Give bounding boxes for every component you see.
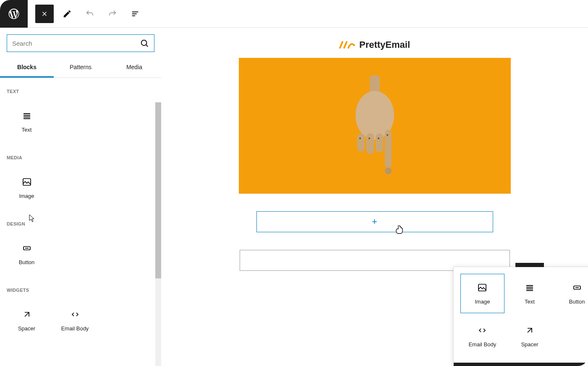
brand-mark-icon <box>339 40 356 49</box>
quick-block-label: Image <box>475 299 490 305</box>
svg-rect-19 <box>376 133 383 153</box>
quick-block-label: Email Body <box>468 341 496 348</box>
svg-rect-30 <box>526 290 533 291</box>
blocks-list: TEXT Text MEDIA Image DESIGN Button <box>0 78 161 363</box>
undo-icon <box>85 9 94 18</box>
search-field[interactable] <box>12 40 140 47</box>
inserter-tabs: Blocks Patterns Media <box>0 59 161 78</box>
browse-all-button[interactable]: Browse all <box>454 363 588 366</box>
top-toolbar <box>0 0 588 28</box>
edit-tool-button[interactable] <box>58 5 76 23</box>
quick-block-text[interactable]: Text <box>508 274 552 313</box>
block-inserter-panel: Blocks Patterns Media TEXT Text MEDIA Im… <box>0 28 161 366</box>
svg-point-23 <box>368 138 370 139</box>
svg-line-14 <box>25 312 29 317</box>
tab-media[interactable]: Media <box>107 59 161 78</box>
quick-block-label: Button <box>569 299 585 305</box>
brand-name: PrettyEmail <box>359 39 410 50</box>
category-text-label: TEXT <box>0 85 161 98</box>
svg-line-33 <box>528 328 532 332</box>
arrow-cursor-icon <box>29 214 36 223</box>
block-label: Button <box>19 259 35 265</box>
quick-inserter-popover: Image Text Button Email Body Spacer <box>453 267 588 366</box>
image-icon <box>22 177 32 187</box>
close-icon <box>41 10 48 18</box>
pencil-icon <box>63 9 72 18</box>
block-button[interactable]: Button <box>3 233 51 275</box>
category-media-label: MEDIA <box>0 151 161 164</box>
category-design-label: DESIGN <box>0 217 161 231</box>
svg-rect-18 <box>366 133 374 154</box>
block-email-body[interactable]: Email Body <box>51 299 99 341</box>
quick-block-button[interactable]: Button <box>555 274 588 313</box>
wordpress-icon <box>8 8 20 20</box>
svg-rect-7 <box>24 113 30 114</box>
plus-icon: + <box>372 216 377 227</box>
paragraph-icon <box>22 111 32 121</box>
wordpress-logo[interactable] <box>0 0 28 28</box>
svg-rect-10 <box>24 118 30 119</box>
quick-block-spacer[interactable]: Spacer <box>508 317 552 356</box>
spacer-icon <box>22 309 32 319</box>
block-label: Text <box>22 127 32 133</box>
svg-rect-17 <box>357 133 365 152</box>
spacer-icon <box>525 325 535 335</box>
block-image[interactable]: Image <box>3 167 51 209</box>
block-label: Spacer <box>18 325 35 332</box>
undo-button[interactable] <box>81 5 99 23</box>
document-overview-button[interactable] <box>126 5 144 23</box>
svg-point-21 <box>385 168 392 174</box>
list-icon <box>131 9 140 18</box>
hero-image-block[interactable] <box>239 58 511 194</box>
svg-rect-11 <box>23 179 31 185</box>
svg-rect-20 <box>385 130 392 168</box>
svg-point-5 <box>141 40 147 46</box>
svg-line-6 <box>146 45 148 47</box>
image-icon <box>477 283 487 293</box>
block-label: Image <box>19 193 34 199</box>
editor-canvas: PrettyEmail + <box>161 28 588 366</box>
svg-rect-29 <box>526 288 533 289</box>
quick-block-image[interactable]: Image <box>460 274 504 313</box>
svg-point-24 <box>378 138 379 139</box>
popover-nub <box>515 263 544 267</box>
quick-block-label: Text <box>525 299 535 305</box>
search-icon <box>140 39 149 48</box>
svg-point-22 <box>359 138 361 139</box>
code-icon <box>477 325 487 335</box>
svg-point-25 <box>387 134 388 136</box>
pointer-cursor-icon <box>395 224 404 234</box>
code-icon <box>70 309 80 319</box>
add-block-appender[interactable]: + <box>256 211 493 232</box>
svg-rect-9 <box>24 117 30 117</box>
svg-rect-28 <box>526 287 533 288</box>
quick-block-email-body[interactable]: Email Body <box>460 317 504 356</box>
button-icon <box>572 283 582 293</box>
scrollbar-thumb[interactable] <box>155 102 161 278</box>
brand-header: PrettyEmail <box>161 28 588 58</box>
tab-blocks[interactable]: Blocks <box>0 59 54 78</box>
block-text[interactable]: Text <box>3 101 51 143</box>
paragraph-icon <box>525 283 535 293</box>
redo-icon <box>108 9 117 18</box>
svg-rect-27 <box>526 285 533 286</box>
close-inserter-button[interactable] <box>35 5 54 23</box>
svg-rect-3 <box>132 13 137 14</box>
tab-patterns[interactable]: Patterns <box>54 59 107 78</box>
svg-rect-2 <box>132 11 139 12</box>
button-icon <box>22 243 32 253</box>
block-label: Email Body <box>61 325 89 332</box>
category-widgets-label: WIDGETS <box>0 283 161 297</box>
redo-button[interactable] <box>103 5 122 23</box>
svg-rect-26 <box>478 284 486 291</box>
svg-rect-4 <box>132 15 135 16</box>
sidebar-scrollbar[interactable] <box>155 102 161 366</box>
svg-rect-8 <box>24 115 30 116</box>
hand-illustration-icon <box>345 75 404 176</box>
block-spacer[interactable]: Spacer <box>3 299 51 341</box>
search-input[interactable] <box>7 34 154 52</box>
quick-block-label: Spacer <box>521 341 538 348</box>
